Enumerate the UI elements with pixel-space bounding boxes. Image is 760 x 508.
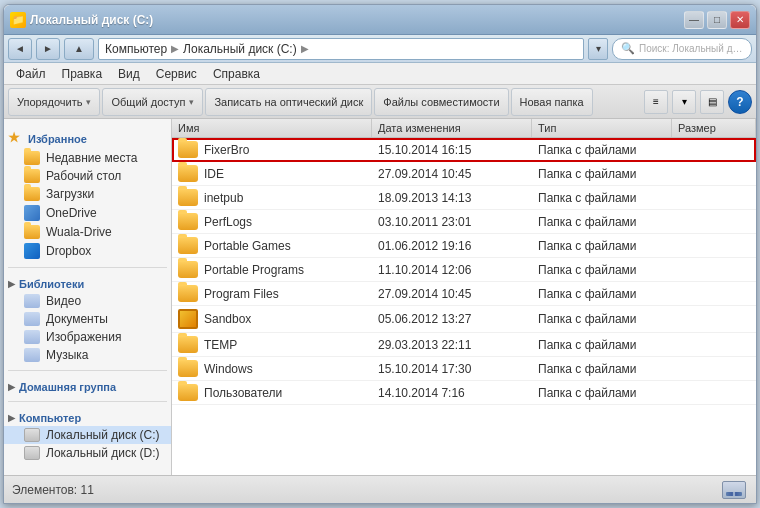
menu-view[interactable]: Вид <box>110 65 148 83</box>
homegroup-label: Домашняя группа <box>19 381 116 393</box>
search-icon: 🔍 <box>621 42 635 55</box>
libraries-header[interactable]: ▶ Библиотеки <box>4 274 171 292</box>
file-name: Пользователи <box>204 386 282 400</box>
table-row[interactable]: Portable Programs 11.10.2014 12:06 Папка… <box>172 258 756 282</box>
nav-separator-3 <box>8 401 167 402</box>
computer-header[interactable]: ▶ Компьютер <box>4 408 171 426</box>
nav-item-dropbox[interactable]: Dropbox <box>4 241 171 261</box>
address-path[interactable]: Компьютер ▶ Локальный диск (C:) ▶ <box>98 38 584 60</box>
table-row[interactable]: IDE 27.09.2014 10:45 Папка с файлами <box>172 162 756 186</box>
file-size <box>672 269 756 271</box>
menu-tools[interactable]: Сервис <box>148 65 205 83</box>
file-size <box>672 221 756 223</box>
libraries-arrow-icon: ▶ <box>8 279 15 289</box>
col-header-type[interactable]: Тип <box>532 119 672 137</box>
folder-icon <box>178 360 198 377</box>
nav-item-drive-d[interactable]: Локальный диск (D:) <box>4 444 171 462</box>
nav-recent-label: Недавние места <box>46 151 137 165</box>
search-placeholder: Поиск: Локальный диск (C:) <box>639 43 743 54</box>
menu-help[interactable]: Справка <box>205 65 268 83</box>
nav-item-music[interactable]: Музыка <box>4 346 171 364</box>
table-row[interactable]: TEMP 29.03.2013 22:11 Папка с файлами <box>172 333 756 357</box>
libraries-label: Библиотеки <box>19 278 84 290</box>
share-button[interactable]: Общий доступ <box>102 88 203 116</box>
nav-item-docs[interactable]: Документы <box>4 310 171 328</box>
compat-button[interactable]: Файлы совместимости <box>374 88 508 116</box>
nav-item-images[interactable]: Изображения <box>4 328 171 346</box>
drive-d-icon <box>24 446 40 460</box>
file-size <box>672 173 756 175</box>
maximize-button[interactable]: □ <box>707 11 727 29</box>
drive-c-icon <box>24 428 40 442</box>
col-header-name[interactable]: Имя <box>172 119 372 137</box>
file-name-cell: Sandbox <box>172 308 372 330</box>
status-right <box>720 479 748 501</box>
nav-item-drive-c[interactable]: Локальный диск (C:) <box>4 426 171 444</box>
forward-button[interactable]: ► <box>36 38 60 60</box>
nav-item-video[interactable]: Видео <box>4 292 171 310</box>
menu-edit[interactable]: Правка <box>54 65 111 83</box>
new-folder-button[interactable]: Новая папка <box>511 88 593 116</box>
col-header-size[interactable]: Размер <box>672 119 756 137</box>
table-row[interactable]: Program Files 27.09.2014 10:45 Папка с ф… <box>172 282 756 306</box>
folder-icon <box>24 151 40 165</box>
nav-item-wuala[interactable]: Wuala-Drive <box>4 223 171 241</box>
table-row[interactable]: inetpub 18.09.2013 14:13 Папка с файлами <box>172 186 756 210</box>
cloud-icon <box>24 205 40 221</box>
folder-icon <box>178 189 198 206</box>
help-button[interactable]: ? <box>728 90 752 114</box>
computer-label: Компьютер <box>19 412 81 424</box>
file-type: Папка с файлами <box>532 214 672 230</box>
file-type: Папка с файлами <box>532 238 672 254</box>
back-button[interactable]: ◄ <box>8 38 32 60</box>
minimize-button[interactable]: — <box>684 11 704 29</box>
col-header-date[interactable]: Дата изменения <box>372 119 532 137</box>
file-date: 11.10.2014 12:06 <box>372 262 532 278</box>
nav-item-downloads[interactable]: Загрузки <box>4 185 171 203</box>
file-name: Sandbox <box>204 312 251 326</box>
search-box[interactable]: 🔍 Поиск: Локальный диск (C:) <box>612 38 752 60</box>
nav-separator-2 <box>8 370 167 371</box>
burn-button[interactable]: Записать на оптический диск <box>205 88 372 116</box>
address-bar-area: ◄ ► ▲ Компьютер ▶ Локальный диск (C:) ▶ … <box>4 35 756 63</box>
file-name-cell: Пользователи <box>172 383 372 402</box>
title-bar: 📁 Локальный диск (C:) — □ ✕ <box>4 5 756 35</box>
preview-pane-button[interactable]: ▤ <box>700 90 724 114</box>
main-window: 📁 Локальный диск (C:) — □ ✕ ◄ ► ▲ Компью… <box>3 4 757 504</box>
menu-file[interactable]: Файл <box>8 65 54 83</box>
table-row[interactable]: FixerBro 15.10.2014 16:15 Папка с файлам… <box>172 138 756 162</box>
table-row[interactable]: Пользователи 14.10.2014 7:16 Папка с фай… <box>172 381 756 405</box>
view-toggle-button[interactable]: ≡ <box>644 90 668 114</box>
nav-wuala-label: Wuala-Drive <box>46 225 112 239</box>
nav-item-recent[interactable]: Недавние места <box>4 149 171 167</box>
file-name: FixerBro <box>204 143 249 157</box>
file-date: 15.10.2014 17:30 <box>372 361 532 377</box>
table-row[interactable]: Sandbox 05.06.2012 13:27 Папка с файлами <box>172 306 756 333</box>
file-name-cell: FixerBro <box>172 140 372 159</box>
path-dropdown-button[interactable]: ▾ <box>588 38 608 60</box>
homegroup-header[interactable]: ▶ Домашняя группа <box>4 377 171 395</box>
file-size <box>672 197 756 199</box>
table-row[interactable]: Windows 15.10.2014 17:30 Папка с файлами <box>172 357 756 381</box>
view-dropdown-button[interactable]: ▾ <box>672 90 696 114</box>
table-row[interactable]: Portable Games 01.06.2012 19:16 Папка с … <box>172 234 756 258</box>
folder-icon <box>178 141 198 158</box>
organize-button[interactable]: Упорядочить <box>8 88 100 116</box>
nav-drive-d-label: Локальный диск (D:) <box>46 446 160 460</box>
favorites-header[interactable]: ★ Избранное <box>4 127 171 149</box>
file-list: FixerBro 15.10.2014 16:15 Папка с файлам… <box>172 138 756 475</box>
folder-icon <box>24 169 40 183</box>
nav-item-desktop[interactable]: Рабочий стол <box>4 167 171 185</box>
up-button[interactable]: ▲ <box>64 38 94 60</box>
nav-item-onedrive[interactable]: OneDrive <box>4 203 171 223</box>
close-button[interactable]: ✕ <box>730 11 750 29</box>
file-size <box>672 368 756 370</box>
file-type: Папка с файлами <box>532 385 672 401</box>
lib-icon <box>24 330 40 344</box>
path-segment-drive: Локальный диск (C:) <box>183 42 297 56</box>
file-type: Папка с файлами <box>532 361 672 377</box>
file-name: Portable Games <box>204 239 291 253</box>
file-name-cell: Program Files <box>172 284 372 303</box>
table-row[interactable]: PerfLogs 03.10.2011 23:01 Папка с файлам… <box>172 210 756 234</box>
file-name-cell: Portable Games <box>172 236 372 255</box>
